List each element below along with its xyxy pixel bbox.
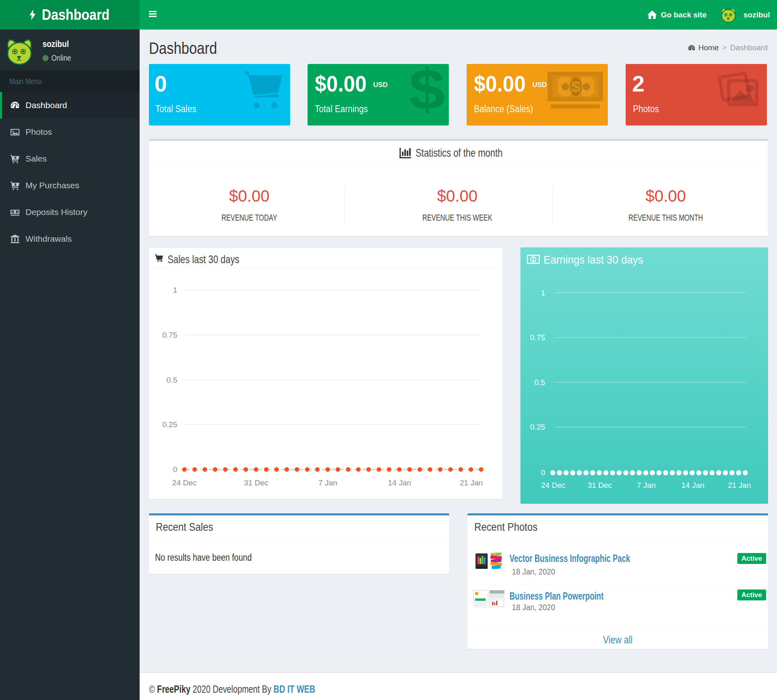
svg-text:0.5: 0.5 xyxy=(535,378,545,387)
svg-text:1: 1 xyxy=(532,257,535,262)
svg-text:21 Jan: 21 Jan xyxy=(460,479,483,487)
svg-text:0.5: 0.5 xyxy=(167,376,177,384)
svg-text:$: $ xyxy=(572,79,580,95)
svg-text:0.25: 0.25 xyxy=(162,420,177,429)
svg-text:7 Jan: 7 Jan xyxy=(637,481,656,489)
svg-text:0.75: 0.75 xyxy=(162,331,177,339)
svg-text:0: 0 xyxy=(173,465,177,474)
svg-text:14 Jan: 14 Jan xyxy=(388,479,411,487)
svg-text:24 Dec: 24 Dec xyxy=(541,481,565,489)
svg-text:0: 0 xyxy=(541,468,545,477)
svg-text:24 Dec: 24 Dec xyxy=(172,479,197,487)
svg-text:0.25: 0.25 xyxy=(530,423,545,431)
svg-text:7 Jan: 7 Jan xyxy=(318,479,337,487)
svg-text:21 Jan: 21 Jan xyxy=(728,481,751,489)
svg-text:14 Jan: 14 Jan xyxy=(681,481,704,489)
svg-text:0.75: 0.75 xyxy=(530,333,545,342)
svg-text:1: 1 xyxy=(541,289,545,297)
svg-text:1: 1 xyxy=(173,286,177,294)
svg-text:31 Dec: 31 Dec xyxy=(244,479,268,487)
svg-text:31 Dec: 31 Dec xyxy=(588,481,612,489)
